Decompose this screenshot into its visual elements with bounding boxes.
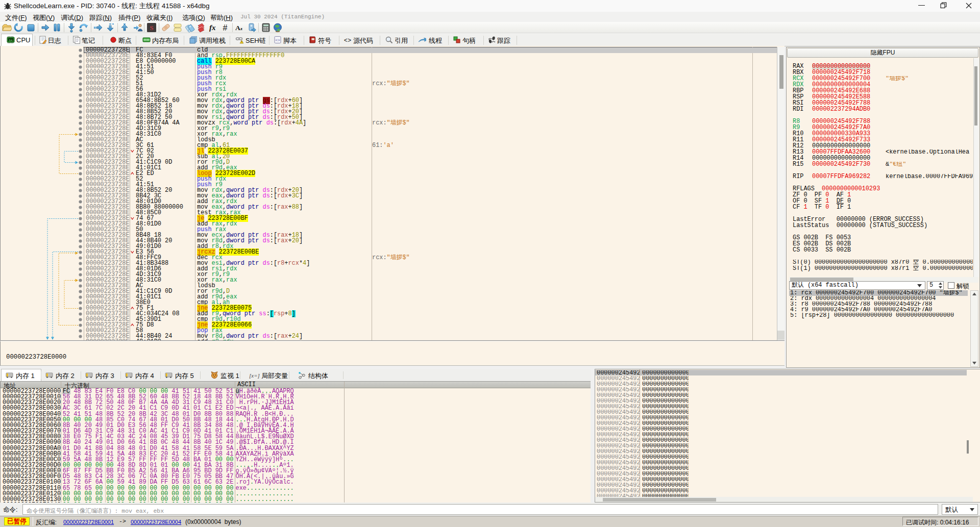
svg-text:<>: <>	[275, 38, 280, 42]
svg-text:A: A	[235, 24, 240, 32]
svg-text:S: S	[150, 24, 153, 32]
svg-text:fx: fx	[209, 23, 216, 32]
svg-text:z: z	[240, 26, 242, 31]
svg-text:64: 64	[9, 39, 13, 42]
svg-text:#: #	[223, 23, 227, 32]
svg-text:<>: <>	[344, 37, 351, 44]
